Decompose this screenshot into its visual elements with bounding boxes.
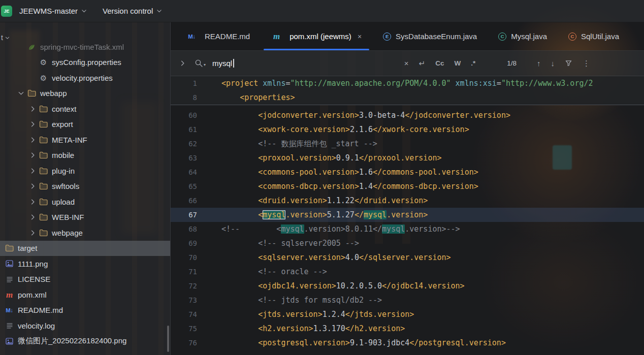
editor-tab[interactable]: M↓README.md [176,22,261,50]
project-logo-icon[interactable]: JE [1,6,12,17]
chevron-right-icon[interactable] [27,119,38,130]
newline-icon[interactable]: ↵ [414,59,431,68]
previous-match-icon[interactable]: ↑ [532,59,546,68]
project-tree: spring-mvc-timeTask.xml⚙sysConfig.proper… [0,44,170,355]
code-line[interactable]: 60 <jodconverter.version>3.0-beta-4</jod… [171,108,644,122]
tree-item[interactable]: mpom.xml [0,287,170,303]
chevron-right-icon[interactable] [27,181,38,191]
chevron-right-icon[interactable] [27,212,38,222]
code-line[interactable]: 65 <commons-dbcp.version>1.4</commons-db… [171,179,644,193]
sticky-code-line[interactable]: 8 <properties> [171,90,644,105]
sticky-code-line[interactable]: 1<project xmlns="http://maven.apache.org… [171,76,644,90]
editor-tab[interactable]: CMysql.java [488,22,558,50]
chevron-right-icon[interactable] [27,150,38,160]
tree-item-label: mobile [52,151,74,159]
project-panel-header[interactable]: t [1,34,10,42]
code-line[interactable]: 72 <ojdbc14.version>10.2.0.5.0</ojdbc14.… [171,279,644,293]
tree-item-label: 微信图片_20250226182400.png [18,336,126,346]
tree-item[interactable]: upload [0,194,170,210]
folder-icon [38,229,49,237]
code-line[interactable]: 74 <jtds.version>1.2.4</jtds.version> [171,307,644,321]
match-case-toggle[interactable]: Cc [430,59,449,67]
tree-item[interactable]: M↓README.md [0,303,170,318]
version-control-label: Version control [103,7,153,15]
editor-tab[interactable]: CSqlUtil.java [558,22,630,50]
code-line[interactable]: 62 <!-- 数据库组件包 _start --> [171,137,644,151]
tree-item[interactable]: spring-mvc-timeTask.xml [0,44,170,55]
chevron-right-icon[interactable] [27,228,38,238]
text-caret [233,59,234,68]
search-history-dropdown-icon: ▾ [204,63,206,67]
class-icon: C [498,33,506,41]
code-line[interactable]: 63 <proxool.version>0.9.1</proxool.versi… [171,151,644,165]
code-text: <project xmlns="http://maven.apache.org/… [200,76,593,90]
tree-item[interactable]: webpage [0,225,170,241]
tree-item[interactable]: 微信图片_20250226182400.png [0,334,170,349]
chevron-right-icon[interactable] [27,197,38,207]
tree-item[interactable]: export [0,117,170,133]
tree-item[interactable]: ⚙velocity.properties [0,70,170,86]
filter-icon[interactable] [560,59,577,67]
tree-item[interactable]: swftools [0,179,170,195]
tree-item-label: target [18,244,37,252]
chevron-down-icon [5,35,10,41]
editor-tab[interactable]: ESysDatabaseEnum.java [372,22,488,50]
code-line[interactable]: 68<!-- <mysql.version>8.0.11</mysql.vers… [171,222,644,236]
chevron-right-icon [179,59,186,67]
tree-item[interactable]: META-INF [0,132,170,148]
code-text: <sqlserver.version>4.0</sqlserver.versio… [200,250,451,265]
search-input[interactable]: mysql [212,59,234,68]
expand-find-icon[interactable] [179,59,186,67]
tree-item[interactable]: WEB-INF [0,210,170,225]
tree-item[interactable]: 1111.png [0,256,170,272]
code-text: <commons-dbcp.version>1.4</commons-dbcp.… [200,179,478,193]
version-control-menu[interactable]: Version control [103,7,163,15]
tree-item[interactable]: ⚙sysConfig.properties [0,55,170,71]
close-tab-icon[interactable]: × [358,33,362,41]
code-line[interactable]: 64 <commons-pool.version>1.6</commons-po… [171,165,644,179]
tree-item[interactable]: target [0,241,170,256]
code-text: <!-- oracle --> [200,265,327,279]
tree-item-label: swftools [52,182,79,190]
code-line[interactable]: 70 <sqlserver.version>4.0</sqlserver.ver… [171,250,644,265]
line-number: 69 [171,236,200,250]
editor-tab-bar: M↓README.mdmpom.xml (jeewms)×ESysDatabas… [171,22,644,51]
gear-icon: ⚙ [38,58,49,66]
tree-item-label: upload [52,198,75,206]
next-match-icon[interactable]: ↓ [546,59,560,68]
code-line[interactable]: 66 <druid.version>1.1.22</druid.version> [171,193,644,208]
chevron-down-icon[interactable] [16,88,26,99]
chevron-right-icon[interactable] [27,166,38,176]
tree-item-label: pom.xml [18,291,47,299]
tree-item[interactable]: webapp [0,86,170,102]
tree-item[interactable]: context [0,101,170,117]
find-bar: ▾ mysql × ↵ Cc W .* 1/8 ↑ ↓ ⋮ [171,51,644,76]
code-line[interactable]: 69 <!-- sqlserver2005 --> [171,236,644,250]
regex-toggle[interactable]: .* [466,59,480,67]
code-line[interactable]: 76 <postgresql.version>9.1-903.jdbc4</po… [171,336,644,350]
tree-item[interactable]: plug-in [0,163,170,179]
tree-item[interactable]: mobile [0,148,170,164]
code-line[interactable]: 75 <h2.version>1.3.170</h2.version> [171,321,644,336]
project-switcher[interactable]: JEEWMS-master [19,7,87,15]
code-line[interactable]: 71 <!-- oracle --> [171,265,644,279]
code-line[interactable]: 61 <xwork-core.version>2.1.6</xwork-core… [171,122,644,137]
code-editor[interactable]: 1<project xmlns="http://maven.apache.org… [171,76,644,355]
class-icon: C [568,33,576,41]
code-line[interactable]: 73 <!-- jtds for mssql/db2 --> [171,293,644,307]
editor-tab[interactable]: mpom.xml (jeewms)× [261,22,372,50]
folder-icon [38,120,49,128]
code-line[interactable]: 67 <mysql.version>5.1.27</mysql.version> [171,208,644,222]
code-text: <!-- jtds for mssql/db2 --> [200,293,382,307]
more-options-icon[interactable]: ⋮ [577,59,595,68]
line-number: 61 [171,122,200,137]
tree-item[interactable]: LICENSE [0,272,170,287]
chevron-right-icon[interactable] [27,104,38,114]
chevron-right-icon[interactable] [27,135,38,145]
code-text: <xwork-core.version>2.1.6</xwork-core.ve… [200,122,469,137]
whole-words-toggle[interactable]: W [449,59,466,67]
tree-item[interactable]: velocity.log [0,318,170,334]
tree-scrollbar[interactable] [167,326,169,352]
clear-search-icon[interactable]: × [399,59,414,68]
search-icon[interactable]: ▾ [195,59,206,68]
